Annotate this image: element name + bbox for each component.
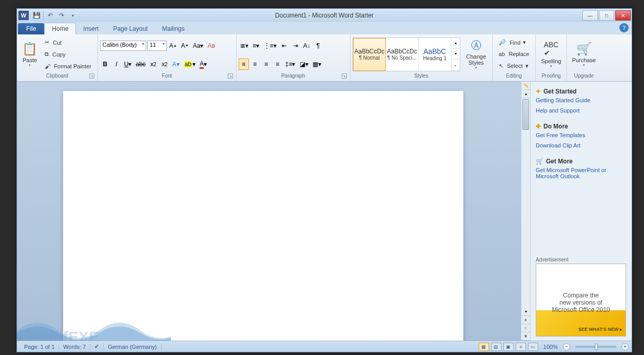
font-name-select[interactable]: Calibri (Body): [100, 41, 146, 51]
justify-button[interactable]: ≡: [272, 59, 283, 70]
scroll-up-button[interactable]: ▴: [521, 90, 530, 98]
status-page[interactable]: Page: 1 of 1: [20, 344, 59, 350]
bullets-button[interactable]: ≣▾: [239, 40, 250, 51]
font-dialog-launcher[interactable]: ↘: [228, 73, 233, 79]
gallery-more-button[interactable]: ⌄: [452, 60, 460, 70]
replace-button[interactable]: ab Replace: [497, 51, 532, 57]
tab-page-layout[interactable]: Page Layout: [106, 23, 154, 34]
multilevel-list-button[interactable]: ⋮≡▾: [262, 40, 278, 51]
status-words[interactable]: Words: 7: [59, 344, 90, 350]
tab-insert[interactable]: Insert: [76, 23, 106, 34]
cut-button[interactable]: ✂ Cut: [43, 39, 93, 46]
align-right-button[interactable]: ≡: [261, 59, 271, 70]
zoom-handle[interactable]: [595, 344, 598, 350]
zoom-in-button[interactable]: +: [621, 343, 629, 350]
style-gallery: AaBbCcDc¶ Normal AaBbCcDc¶ No Spaci... A…: [353, 38, 460, 71]
spelling-button[interactable]: ABC✔ Spelling ▾: [538, 35, 564, 73]
italic-button[interactable]: I: [111, 59, 122, 70]
paragraph-dialog-launcher[interactable]: ↘: [342, 73, 347, 79]
ruler-toggle-icon[interactable]: 📏: [521, 82, 530, 90]
style-no-spacing[interactable]: AaBbCcDc¶ No Spaci...: [386, 38, 419, 71]
link-download-clipart[interactable]: Download Clip Art: [536, 140, 627, 151]
shrink-font-button[interactable]: A▼: [180, 40, 190, 51]
gallery-up-button[interactable]: ▴: [452, 38, 460, 49]
purchase-button[interactable]: 🛒 Purchase ▾: [569, 35, 599, 73]
tab-file[interactable]: File: [18, 23, 44, 34]
tab-home[interactable]: Home: [44, 23, 76, 34]
minimize-button[interactable]: —: [582, 10, 598, 21]
text-effects-button[interactable]: A▾: [171, 59, 181, 70]
align-left-button[interactable]: ≡: [239, 59, 249, 70]
scroll-down-button[interactable]: ▾: [521, 308, 530, 316]
numbering-button[interactable]: ≡▾: [251, 40, 261, 51]
highlight-button[interactable]: ab▾: [182, 59, 197, 70]
style-normal[interactable]: AaBbCcDc¶ Normal: [353, 38, 386, 71]
close-button[interactable]: ✕: [615, 10, 631, 21]
help-icon[interactable]: ?: [619, 23, 629, 32]
tab-mailings[interactable]: Mailings: [155, 23, 192, 34]
link-help-support[interactable]: Help and Support: [536, 105, 627, 116]
superscript-button[interactable]: x2: [160, 59, 170, 70]
paste-button[interactable]: 📋 Paste ▾: [19, 35, 41, 73]
show-marks-button[interactable]: ¶: [313, 40, 323, 51]
sort-button[interactable]: A↓: [302, 40, 312, 51]
change-case-button[interactable]: Aa▾: [191, 40, 205, 51]
zoom-slider[interactable]: [575, 346, 616, 348]
style-heading1[interactable]: AaBbCHeading 1: [419, 38, 452, 71]
bold-button[interactable]: B: [100, 59, 110, 70]
prev-page-button[interactable]: ±: [521, 316, 530, 324]
plus-icon: ✚: [536, 123, 541, 130]
undo-icon[interactable]: ↶: [46, 11, 55, 20]
scroll-thumb[interactable]: [522, 99, 529, 130]
link-get-powerpoint-outlook[interactable]: Get Microsoft PowerPoint or Microsoft Ou…: [536, 165, 627, 181]
advertisement[interactable]: Compare the new versions of Microsoft Of…: [536, 264, 626, 337]
document-page[interactable]: [63, 91, 463, 341]
browse-object-button[interactable]: ○: [521, 324, 530, 332]
underline-button[interactable]: U▾: [123, 59, 133, 70]
gallery-down-button[interactable]: ▾: [452, 49, 460, 60]
next-page-button[interactable]: ∓: [521, 332, 530, 341]
grow-font-button[interactable]: A▲: [168, 40, 179, 51]
fullscreen-view-button[interactable]: ▤: [491, 343, 501, 351]
link-getting-started-guide[interactable]: Getting Started Guide: [536, 95, 627, 105]
outline-view-button[interactable]: ≡: [516, 343, 526, 351]
chevron-down-icon: ▾: [583, 63, 585, 67]
maximize-button[interactable]: □: [599, 10, 614, 21]
change-styles-button[interactable]: Ⓐ Change Styles ▾: [462, 38, 490, 71]
web-layout-view-button[interactable]: ▣: [503, 343, 514, 351]
document-area[interactable]: OceanofEXE: [17, 82, 521, 341]
app-window: W 💾 ↶ ↷ ▾ Document1 - Microsoft Word Sta…: [16, 8, 632, 352]
decrease-indent-button[interactable]: ⇤: [279, 40, 289, 51]
status-proofing-icon[interactable]: ✔: [90, 343, 104, 350]
line-spacing-button[interactable]: ‡≡▾: [284, 59, 297, 70]
copy-button[interactable]: ⧉ Copy: [43, 51, 93, 58]
clipboard-dialog-launcher[interactable]: ↘: [89, 73, 94, 79]
print-layout-view-button[interactable]: ▦: [479, 343, 489, 351]
align-center-button[interactable]: ≡: [250, 59, 260, 70]
zoom-out-button[interactable]: −: [563, 343, 570, 350]
redo-icon[interactable]: ↷: [57, 11, 66, 20]
draft-view-button[interactable]: ▭: [528, 343, 538, 351]
select-button[interactable]: ↖ Select ▾: [497, 63, 532, 69]
subscript-button[interactable]: x2: [148, 59, 159, 70]
font-size-select[interactable]: 11: [147, 41, 167, 51]
status-language[interactable]: German (Germany): [104, 344, 161, 350]
vertical-scrollbar[interactable]: 📏 ▴ ▾ ± ○ ∓: [521, 82, 530, 341]
save-icon[interactable]: 💾: [32, 11, 41, 20]
link-free-templates[interactable]: Get Free Templates: [536, 130, 627, 140]
getting-started-panel: ✦Get Started Getting Started Guide Help …: [530, 82, 632, 341]
clear-formatting-button[interactable]: Aʙ: [206, 40, 217, 51]
font-color-button[interactable]: A▾: [198, 59, 208, 70]
shading-button[interactable]: ◪▾: [298, 59, 310, 70]
increase-indent-button[interactable]: ⇥: [290, 40, 301, 51]
advertisement-box: Advertisement Compare the new versions o…: [536, 257, 627, 337]
zoom-level[interactable]: 100%: [543, 344, 558, 350]
scroll-track[interactable]: [521, 98, 530, 308]
find-button[interactable]: 🔎 Find ▾: [497, 39, 532, 46]
cart-icon: 🛒: [536, 158, 543, 165]
status-bar: Page: 1 of 1 Words: 7 ✔ German (Germany)…: [17, 341, 632, 352]
format-painter-button[interactable]: 🖌 Format Painter: [43, 63, 93, 69]
qat-customize-icon[interactable]: ▾: [68, 11, 77, 20]
borders-button[interactable]: ▦▾: [311, 59, 323, 70]
strikethrough-button[interactable]: abc: [134, 59, 147, 70]
